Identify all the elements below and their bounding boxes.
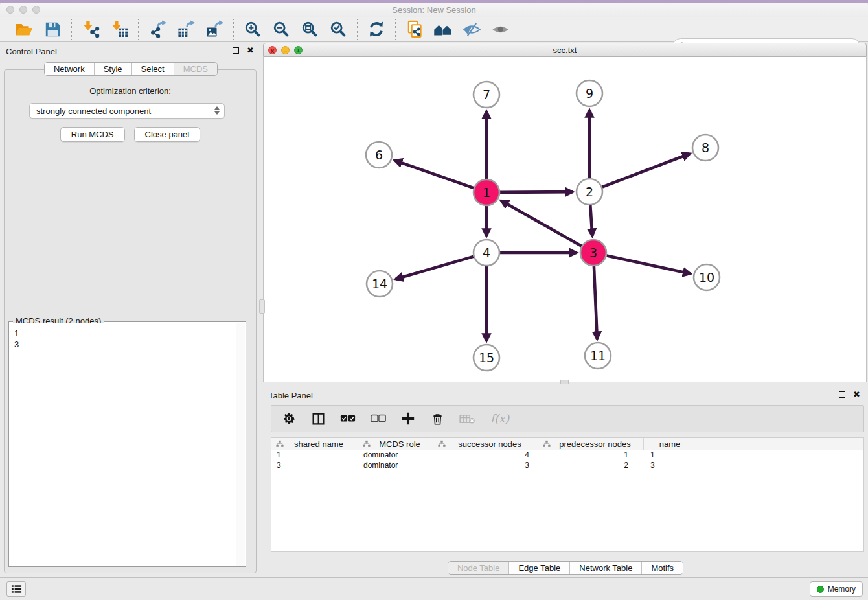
network-view-window: x − + scc.txt 7968124314101511 — [263, 43, 867, 382]
refresh-view-icon[interactable] — [365, 19, 387, 40]
delete-table-icon[interactable] — [459, 410, 475, 427]
app-title: Session: New Session — [0, 5, 868, 15]
memory-label: Memory — [828, 584, 856, 594]
cell-mcds-role[interactable]: dominator — [358, 450, 433, 461]
close-panel-icon[interactable]: ✖ — [247, 47, 254, 54]
add-column-icon[interactable] — [401, 410, 415, 427]
result-scrollbar[interactable] — [236, 323, 245, 566]
control-panel-title: Control Panel — [6, 47, 57, 56]
export-table-icon[interactable] — [175, 19, 197, 40]
graph-edge-2-8[interactable] — [602, 154, 690, 187]
fx-label: f(x) — [490, 412, 509, 425]
open-session-icon[interactable] — [13, 19, 35, 40]
cell-name[interactable]: 1 — [644, 450, 698, 461]
show-columns-icon[interactable] — [311, 410, 325, 427]
graph-node-label-11: 11 — [590, 349, 606, 363]
import-network-icon[interactable] — [80, 19, 102, 40]
graph-node-label-2: 2 — [586, 185, 593, 199]
optimization-criterion-label: Optimization criterion: — [5, 86, 256, 96]
deselect-all-columns-icon[interactable] — [371, 410, 386, 427]
column-header-predecessor-nodes[interactable]: predecessor nodes — [538, 438, 644, 450]
select-all-columns-icon[interactable] — [340, 410, 356, 427]
cell-predecessor-nodes[interactable]: 2 — [538, 461, 644, 471]
graph-edge-1-6[interactable] — [395, 161, 474, 188]
column-header-mcds-role[interactable]: MCDS role — [358, 438, 433, 450]
memory-status-icon — [817, 586, 824, 593]
graph-node-label-1: 1 — [483, 185, 490, 200]
clone-network-icon[interactable] — [404, 19, 426, 40]
mcds-tab-content: Optimization criterion: strongly connect… — [4, 69, 257, 573]
memory-button[interactable]: Memory — [810, 581, 863, 597]
graph-edge-3-10[interactable] — [607, 255, 691, 273]
run-mcds-button[interactable]: Run MCDS — [60, 127, 125, 142]
tab-motifs[interactable]: Motifs — [641, 562, 683, 574]
graph-node-label-3: 3 — [589, 246, 597, 260]
network-resize-handle[interactable] — [560, 380, 569, 384]
graph-node-label-9: 9 — [586, 86, 593, 100]
column-type-icon — [363, 440, 371, 448]
network-canvas[interactable]: 7968124314101511 — [263, 57, 867, 382]
graph-node-label-10: 10 — [699, 270, 714, 284]
table-toolbar: f(x) — [271, 405, 864, 432]
home-view-icon[interactable] — [432, 19, 454, 40]
cell-successor-nodes[interactable]: 3 — [433, 461, 538, 471]
close-table-panel-icon[interactable]: ✖ — [853, 391, 860, 398]
tab-mcds[interactable]: MCDS — [174, 63, 217, 75]
cell-shared-name[interactable]: 3 — [271, 461, 358, 471]
tab-select[interactable]: Select — [131, 63, 174, 75]
table-panel: Table Panel ✖ f(x) — [263, 386, 868, 577]
tab-node-table[interactable]: Node Table — [448, 562, 509, 574]
graph-node-label-14: 14 — [372, 277, 387, 291]
graph-edge-1-2[interactable] — [500, 192, 573, 192]
apply-function-icon[interactable]: f(x) — [490, 410, 509, 427]
graph-edge-2-3[interactable] — [590, 205, 592, 236]
graph-edge-4-14[interactable] — [396, 257, 474, 279]
app-root: { "window": { "title": "Session: New Ses… — [0, 0, 868, 600]
export-network-icon[interactable] — [146, 19, 168, 40]
zoom-fit-icon[interactable] — [299, 19, 321, 40]
graph-edges — [395, 110, 691, 341]
zoom-out-icon[interactable] — [270, 19, 292, 40]
graph-node-label-7: 7 — [483, 87, 490, 102]
graph-edge-3-11[interactable] — [594, 266, 597, 339]
column-header-name[interactable]: name — [644, 438, 698, 450]
mcds-result-box: MCDS result (2 nodes) 1 3 — [8, 321, 246, 567]
save-session-icon[interactable] — [41, 19, 63, 40]
task-history-button[interactable] — [6, 581, 26, 597]
table-row[interactable]: 1 dominator 4 1 1 — [271, 450, 863, 461]
main-toolbar — [0, 17, 868, 42]
cell-shared-name[interactable]: 1 — [271, 450, 358, 461]
column-header-successor-nodes[interactable]: successor nodes — [433, 438, 538, 450]
table-panel-tabs: Node Table Edge Table Network Table Moti… — [448, 561, 683, 575]
column-header-shared-name[interactable]: shared name — [271, 438, 358, 450]
float-table-panel-icon[interactable] — [839, 391, 845, 398]
zoom-selected-icon[interactable] — [327, 19, 349, 40]
hide-panels-icon[interactable] — [461, 19, 483, 40]
import-table-icon[interactable] — [108, 19, 130, 40]
cell-mcds-role[interactable]: dominator — [358, 461, 433, 471]
table-options-gear-icon[interactable] — [282, 410, 296, 427]
delete-column-trash-icon[interactable] — [430, 410, 444, 427]
panel-splitter-handle[interactable] — [259, 299, 265, 314]
cell-predecessor-nodes[interactable]: 1 — [538, 450, 644, 461]
show-panels-eye-icon[interactable] — [489, 19, 511, 40]
tab-network-table[interactable]: Network Table — [569, 562, 641, 574]
mcds-result-list[interactable]: 1 3 — [10, 323, 236, 566]
graph-node-label-15: 15 — [479, 351, 494, 365]
zoom-in-icon[interactable] — [242, 19, 264, 40]
network-window-titlebar[interactable]: x − + scc.txt — [263, 43, 867, 57]
control-panel: Control Panel ✖ Network Style Select MCD… — [0, 42, 262, 577]
control-panel-tabs: Network Style Select MCDS — [44, 62, 218, 76]
tab-edge-table[interactable]: Edge Table — [508, 562, 569, 574]
table-row[interactable]: 3 dominator 3 2 3 — [271, 461, 863, 471]
export-image-icon[interactable] — [203, 19, 225, 40]
close-panel-button[interactable]: Close panel — [134, 127, 201, 142]
tab-style[interactable]: Style — [94, 63, 131, 75]
graph-edge-3-1[interactable] — [501, 201, 582, 246]
float-panel-icon[interactable] — [233, 47, 239, 54]
cell-name[interactable]: 3 — [644, 461, 698, 471]
network-window-title: scc.txt — [264, 45, 866, 55]
criterion-select[interactable]: strongly connected component — [29, 103, 225, 119]
cell-successor-nodes[interactable]: 4 — [433, 450, 538, 461]
tab-network[interactable]: Network — [45, 63, 94, 75]
